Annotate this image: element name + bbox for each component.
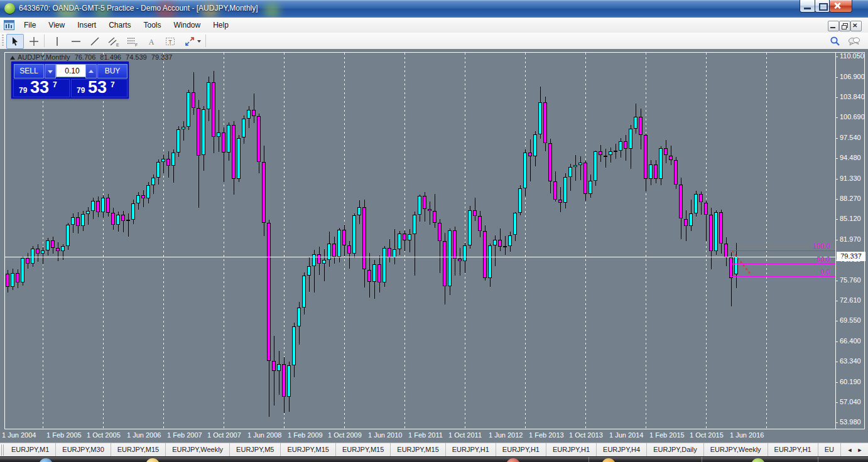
taskbar-browser-icon[interactable] [39,458,53,462]
taskbar-app-icon-red[interactable] [506,458,520,462]
chart-tab[interactable]: EURJPY,Daily [647,443,704,457]
toolbar-grip[interactable] [2,35,4,47]
menu-tools[interactable]: Tools [138,18,168,32]
collapse-panel-icon[interactable] [10,56,15,60]
windows-taskbar[interactable] [0,456,868,462]
window-title: 6433670: OANDA-GMT-5 Practice - Demo Acc… [19,4,258,13]
candle-wick [530,139,531,182]
chart-tab[interactable]: EURJPY,Weekly [704,443,768,457]
equidistant-channel-tool[interactable]: E [105,34,122,49]
price-tick-label: 88.270 [840,195,861,202]
volume-increase-button[interactable] [85,64,97,78]
chart-tab[interactable]: EURJPY,Weekly [166,443,230,457]
candle [553,181,557,200]
candle [563,177,567,203]
menu-help[interactable]: Help [207,18,235,32]
candle-wick [605,149,606,168]
minimize-button[interactable] [800,0,816,13]
candle [182,127,185,129]
price-tick [835,281,838,281]
period-separator [646,53,646,429]
chart-tab[interactable]: EURJPY,H1 [768,443,818,457]
zoom-icon[interactable] [827,34,844,49]
candle [644,135,648,179]
chart-plot[interactable]: 100.050.00.0 [5,53,835,429]
fibonacci-retracement-tool[interactable]: F [124,34,141,49]
buy-price-figure: 79 [77,86,85,95]
chart-tab[interactable]: EURJPY,M15 [336,443,391,457]
horizontal-line-tool[interactable] [67,34,85,49]
mdi-minimize-button[interactable] [828,21,839,31]
chart-symbol-label[interactable]: AUDJPY,Monthly 76.706 81.496 74.539 79.3… [10,53,175,61]
candle [558,200,562,203]
menu-insert[interactable]: Insert [71,18,102,32]
taskbar-app-icon-green[interactable] [751,458,765,462]
candle [649,164,653,179]
candle [468,210,472,245]
candle [121,215,125,220]
maximize-button[interactable] [815,0,830,13]
menu-charts[interactable]: Charts [102,18,137,32]
sell-price-display[interactable]: 79 33 7 [13,79,70,97]
candle [287,365,291,397]
time-tick-label: 1 Oct 2005 [87,431,121,439]
candle [589,181,592,194]
candle-wick [460,248,460,276]
vertical-line-tool[interactable] [48,34,66,49]
title-bar[interactable]: 6433670: OANDA-GMT-5 Practice - Demo Acc… [0,0,868,18]
chart-tab[interactable]: EURJPY,M15 [281,443,335,457]
candle [277,364,281,370]
chart-window-icon [4,20,14,30]
crosshair-tool[interactable] [25,34,43,49]
community-chat-icon[interactable] [845,34,863,49]
cursor-tool[interactable] [6,34,24,49]
price-tick-label: 110.050 [840,52,864,60]
tab-scroll-left-icon[interactable]: ◄ [845,446,854,454]
arrow-tools-tool[interactable] [180,34,204,49]
volume-decrease-button[interactable] [45,64,56,78]
text-tool[interactable]: A [143,34,160,49]
buy-price-pips: 53 [88,78,107,97]
buy-button[interactable]: BUY [97,64,127,78]
candle [418,196,421,215]
mdi-close-button[interactable]: ✕ [850,21,862,31]
sell-button[interactable]: SELL [14,64,44,78]
candle-wick [575,155,576,181]
trendline-tool[interactable] [86,34,104,49]
candle-wick [505,236,506,255]
price-tick [835,77,838,78]
period-separator [525,53,526,429]
volume-input[interactable] [56,64,89,77]
price-tick [835,117,838,118]
close-button[interactable] [829,0,852,13]
price-tick-label: 63.340 [840,357,861,365]
candle [292,326,296,365]
chart-tab[interactable]: EURJPY,H1 [496,443,546,457]
price-tick-label: 94.480 [840,154,861,161]
mdi-restore-button[interactable] [839,21,850,31]
menu-view[interactable]: View [42,18,71,32]
chart-tab[interactable]: EURJPY,M15 [111,443,166,457]
buy-price-display[interactable]: 79 53 7 [71,79,127,97]
chart-tab[interactable]: EURJPY,M30 [56,443,111,457]
period-separator [465,53,465,429]
taskbar-app-icon-orange[interactable] [602,458,616,462]
candle [438,223,442,241]
chart-tab[interactable]: EURJPY,M1 [5,443,56,457]
menu-window[interactable]: Window [168,18,207,32]
dropdown-caret-icon[interactable] [197,40,201,43]
chart-tab[interactable]: EURJPY,M5 [230,443,281,457]
chart-tab[interactable]: EU [818,443,841,457]
price-tick-label: 69.550 [840,316,861,324]
tab-scroll-right-icon[interactable]: ► [855,446,864,454]
chart-tab[interactable]: EURJPY,H1 [446,443,496,457]
svg-text:T: T [168,39,172,45]
menu-file[interactable]: File [18,18,42,32]
candle [669,156,673,160]
open-value: 76.706 [75,53,96,61]
chart-tab[interactable]: EURJPY,H4 [597,443,647,457]
text-label-tool[interactable]: T [161,34,179,49]
chart-tab[interactable]: EURJPY,H1 [546,443,597,457]
taskbar-folder-icon[interactable] [146,458,160,462]
chart-tab[interactable]: EURJPY,M15 [391,443,445,457]
